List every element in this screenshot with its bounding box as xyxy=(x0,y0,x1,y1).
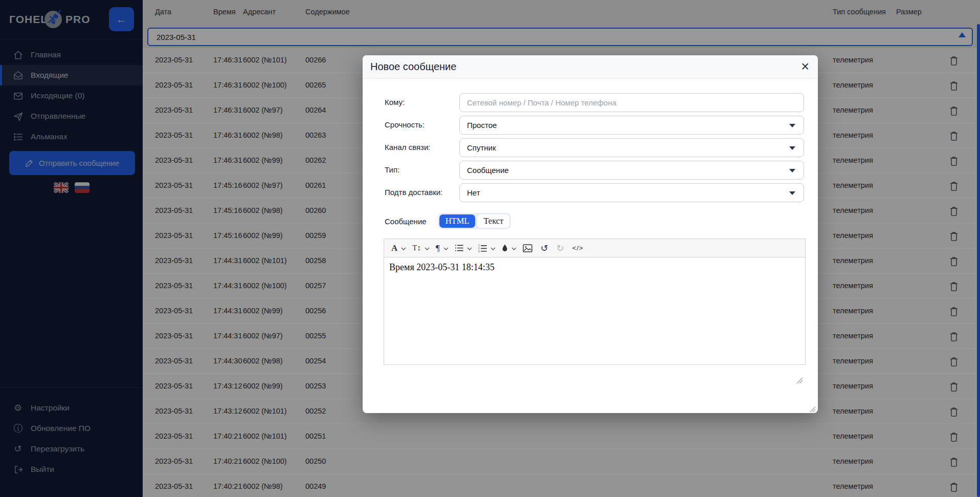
dialog-header: Новое сообщение × xyxy=(363,55,818,79)
recipient-input[interactable] xyxy=(459,93,804,112)
app-window: ГОНЕЦ PRO ← xyxy=(0,0,980,497)
dialog-resize-handle[interactable] xyxy=(809,405,816,415)
message-label: Сообщение xyxy=(385,217,427,226)
close-icon[interactable]: × xyxy=(801,60,809,74)
color-drop-icon[interactable] xyxy=(502,244,508,252)
image-icon[interactable] xyxy=(523,244,532,252)
format-text-button[interactable]: Текст xyxy=(477,214,509,228)
type-select[interactable]: Сообщение xyxy=(459,161,804,180)
font-icon[interactable]: A xyxy=(391,243,397,253)
undo-icon[interactable]: ↺ xyxy=(541,243,548,254)
editor-resize-handle[interactable] xyxy=(795,377,803,386)
chevron-down-icon[interactable] xyxy=(401,247,406,250)
chevron-down-icon[interactable] xyxy=(467,247,472,250)
selected-value: Нет xyxy=(467,188,480,197)
svg-text:3: 3 xyxy=(478,250,480,252)
chevron-down-icon xyxy=(789,169,795,172)
editor-content[interactable]: Время 2023-05-31 18:14:35 xyxy=(384,257,806,365)
field-row-delivery-confirm: Подтв доставки: Нет xyxy=(363,183,818,202)
field-label: Кому: xyxy=(385,98,405,106)
field-row-channel: Канал связи: Спутник xyxy=(363,138,818,157)
rich-text-editor: A T↕ ¶ 123 ↺ ↻ </> Время 2023-05-31 18:1… xyxy=(384,239,806,365)
dialog-title: Новое сообщение xyxy=(370,61,456,73)
chevron-down-icon[interactable] xyxy=(425,247,430,250)
message-format-row: Сообщение HTML Текст xyxy=(385,213,511,229)
chevron-down-icon xyxy=(789,124,795,127)
svg-text:2: 2 xyxy=(478,247,480,249)
format-toggle: HTML Текст xyxy=(438,213,511,229)
field-label: Канал связи: xyxy=(385,143,430,152)
field-row-urgency: Срочность: Простое xyxy=(363,116,818,135)
paragraph-icon[interactable]: ¶ xyxy=(436,243,440,253)
selected-value: Простое xyxy=(467,121,497,129)
chevron-down-icon[interactable] xyxy=(491,247,496,250)
urgency-select[interactable]: Простое xyxy=(459,116,804,135)
numbered-list-icon[interactable]: 123 xyxy=(478,244,487,252)
delivery-confirm-select[interactable]: Нет xyxy=(459,183,804,202)
selected-value: Спутник xyxy=(467,143,496,152)
channel-select[interactable]: Спутник xyxy=(459,138,804,157)
svg-text:1: 1 xyxy=(478,244,480,247)
redo-icon[interactable]: ↻ xyxy=(556,243,564,254)
field-row-to: Кому: xyxy=(363,93,818,112)
field-label: Подтв доставки: xyxy=(385,188,442,197)
field-label: Тип: xyxy=(385,165,399,174)
text-size-icon[interactable]: T↕ xyxy=(412,244,421,252)
format-html-button[interactable]: HTML xyxy=(439,214,476,228)
chevron-down-icon[interactable] xyxy=(443,247,449,250)
field-row-type: Тип: Сообщение xyxy=(363,161,818,180)
editor-toolbar: A T↕ ¶ 123 ↺ ↻ </> xyxy=(384,239,806,257)
code-icon[interactable]: </> xyxy=(572,244,584,252)
new-message-dialog: Новое сообщение × Кому: Срочность: Прост… xyxy=(363,55,818,413)
selected-value: Сообщение xyxy=(467,166,509,175)
chevron-down-icon[interactable] xyxy=(511,247,517,250)
chevron-down-icon xyxy=(789,146,795,150)
editor-text: Время 2023-05-31 18:14:35 xyxy=(389,262,800,273)
field-label: Срочность: xyxy=(385,120,425,129)
chevron-down-icon xyxy=(789,191,795,195)
bullet-list-icon[interactable] xyxy=(455,244,463,252)
